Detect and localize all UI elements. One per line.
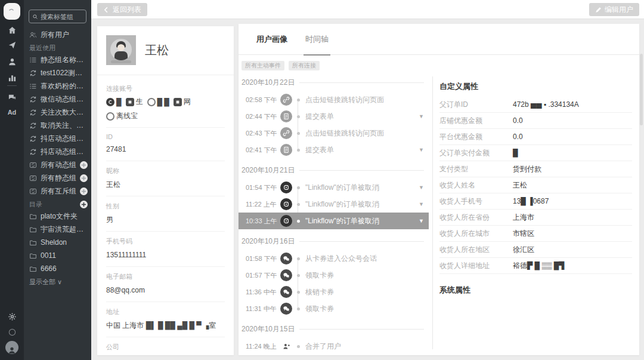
sidebar-folder-item[interactable]: plato文件夹 — [24, 210, 91, 223]
wechat-event-icon — [280, 286, 292, 298]
app-logo-icon[interactable] — [4, 3, 20, 20]
sidebar-folder-item[interactable]: Sheldon — [24, 236, 91, 249]
timeline-event-row[interactable]: 01:54 下午"Linkflow"的订单被取消▼ — [239, 179, 432, 196]
edit-user-button[interactable]: 编辑用户 — [589, 3, 639, 16]
date-divider — [299, 82, 424, 83]
directory-section: 目录 — [24, 198, 91, 210]
home-icon[interactable] — [0, 24, 24, 36]
sidebar-item-label: 关注次数大于等于1... — [41, 107, 88, 118]
sidebar-group-item[interactable]: 所有互斥组 — [24, 184, 91, 198]
show-all-toggle[interactable]: 显示全部 ∨ — [24, 275, 91, 289]
send-icon[interactable] — [0, 39, 24, 51]
sidebar-item-tag-group[interactable]: 关注次数大于等于1... — [24, 106, 91, 119]
loop-icon — [29, 122, 37, 130]
search-input[interactable] — [41, 13, 82, 20]
account-app-icon — [174, 98, 182, 106]
sidebar-item-label: test1022测试小程... — [41, 68, 88, 78]
scrollbar-thumb[interactable] — [640, 54, 643, 125]
event-time: 11:31 中午 — [246, 304, 280, 313]
timeline-event-row[interactable]: 02:58 下午点击短链接跳转访问页面 — [239, 91, 432, 108]
timeline-event-row[interactable]: 11:22 上午"Linkflow"的订单被取消▼ — [239, 196, 432, 213]
event-time: 01:54 下午 — [246, 183, 280, 192]
timeline-filter-chip[interactable]: 所有主动事件 — [242, 61, 284, 70]
timeline-event-row[interactable]: 11:36 中午核销卡券 — [239, 284, 432, 300]
profile-field: 性别男 — [106, 196, 225, 232]
app-icon-rail: Ad — [0, 0, 24, 360]
chat-icon[interactable] — [0, 91, 24, 103]
back-to-list-button[interactable]: 返回列表 — [97, 3, 147, 16]
contacts-icon[interactable] — [0, 56, 24, 67]
analytics-icon[interactable] — [0, 72, 24, 84]
add-group-button[interactable] — [80, 187, 88, 195]
timeline-event-row[interactable]: 02:41 下午提交表单▼ — [239, 141, 432, 158]
field-value: 中国 上海市 █▌ █ ██ ▄█ █ ▀ ▗室 — [106, 320, 225, 331]
sidebar-item-tag-group[interactable]: 抖店动态组测试1 — [24, 145, 91, 158]
attribute-label: 收货人所在地区 — [439, 245, 513, 255]
connected-account[interactable]: 网 — [174, 97, 191, 107]
sidebar-folder-item[interactable]: 0011 — [24, 249, 91, 262]
sidebar-item-tag-group[interactable]: 静态组名称静态组... — [24, 53, 91, 66]
folder-label: 6666 — [41, 264, 88, 273]
custom-attributes-title: 自定义属性 — [439, 81, 632, 92]
help-icon[interactable] — [0, 326, 24, 338]
timeline-event-row[interactable]: 01:58 下午从卡券进入公众号会话 — [239, 250, 432, 267]
ad-icon[interactable]: Ad — [0, 106, 24, 118]
timeline-event-row[interactable]: 01:57 下午领取卡券 — [239, 267, 432, 284]
sidebar-group-item[interactable]: 所有动态组 — [24, 158, 91, 171]
timeline-event-row[interactable]: 10:33 上午"Linkflow"的订单被取消▼ — [239, 213, 429, 229]
add-group-button[interactable] — [80, 161, 88, 169]
timeline-event-row[interactable]: 02:43 下午点击短链接跳转访问页面 — [239, 125, 432, 141]
tab-timeline[interactable]: 时间轴 — [305, 24, 329, 55]
tab-user-portrait[interactable]: 用户画像 — [256, 24, 287, 55]
settings-gear-icon[interactable] — [0, 310, 24, 322]
account-label: 离线宝 — [116, 111, 138, 121]
account-label: █ — [116, 98, 122, 106]
sidebar-group-item[interactable]: 所有静态组 — [24, 171, 91, 184]
sidebar-folder-item[interactable]: 6666 — [24, 262, 91, 275]
profile-field: 手机号码13511111111 — [106, 232, 225, 267]
timeline-event-row[interactable]: 11:31 中午领取卡券 — [239, 300, 432, 317]
add-group-button[interactable] — [80, 174, 88, 182]
sidebar-item-tag-group[interactable]: 取消关注、通过扫... — [24, 119, 91, 132]
field-label: 性别 — [106, 202, 225, 211]
event-dot — [297, 186, 300, 189]
sidebar-group-label: 所有静态组 — [41, 173, 76, 183]
expand-caret-icon[interactable]: ▼ — [419, 113, 424, 119]
user-avatar[interactable] — [0, 341, 24, 353]
expand-caret-icon[interactable]: ▼ — [419, 201, 424, 207]
connected-account[interactable]: █ — [106, 98, 122, 106]
loop-icon — [29, 148, 37, 156]
field-value: 男 — [106, 214, 225, 225]
sidebar-item-tag-group[interactable]: 喜欢奶粉的人讷讷呢 — [24, 79, 91, 93]
sidebar-item-tag-group[interactable]: 抖店动态组测试 — [24, 132, 91, 145]
timeline-group: 2020年10月21日01:54 下午"Linkflow"的订单被取消▼11:2… — [239, 165, 432, 229]
expand-caret-icon[interactable]: ▼ — [419, 184, 424, 190]
wechat-event-icon — [280, 269, 292, 281]
connected-accounts: █生█ █网离线宝 — [106, 97, 225, 121]
timeline-date: 2020年10月15日 — [242, 324, 295, 334]
connected-account[interactable]: 离线宝 — [106, 111, 138, 121]
attribute-label: 收货人姓名 — [439, 180, 513, 190]
expand-caret-icon[interactable]: ▼ — [419, 147, 424, 153]
sidebar-item-tag-group[interactable]: test1022测试小程... — [24, 66, 91, 79]
expand-caret-icon[interactable]: ▼ — [419, 218, 424, 224]
sidebar-item-tag-group[interactable]: 微信动态组测试 — [24, 93, 91, 106]
timeline-event-row[interactable]: 02:44 下午提交表单▼ — [239, 108, 432, 125]
connected-account[interactable]: █ █ — [147, 98, 169, 106]
sidebar-folder-item[interactable]: 宇宙洪荒超级无敌... — [24, 223, 91, 236]
timeline-filter-chip[interactable]: 所有连接 — [289, 61, 320, 70]
profile-field: 公司▪ █ ██ — [106, 337, 225, 355]
attribute-value: █ — [513, 149, 518, 157]
attribute-label: 父订单实付金额 — [439, 148, 513, 158]
connected-account[interactable]: 生 — [126, 97, 143, 107]
back-arrow-icon — [103, 7, 110, 13]
timeline-filters: 所有主动事件所有连接 — [242, 61, 432, 70]
folder-icon — [29, 265, 37, 273]
sidebar-group-label: 所有动态组 — [41, 160, 76, 170]
topbar: 返回列表 编辑用户 — [91, 0, 644, 19]
add-directory-button[interactable] — [80, 201, 88, 208]
sidebar-item-all-users[interactable]: 所有用户 — [24, 28, 91, 41]
timeline-event-row[interactable]: 11:24 晚上合并了用户 — [239, 338, 432, 355]
group-list: 所有动态组所有静态组所有互斥组 — [24, 158, 91, 198]
timeline-panel: 所有主动事件所有连接 2020年10月22日02:58 下午点击短链接跳转访问页… — [239, 55, 432, 355]
